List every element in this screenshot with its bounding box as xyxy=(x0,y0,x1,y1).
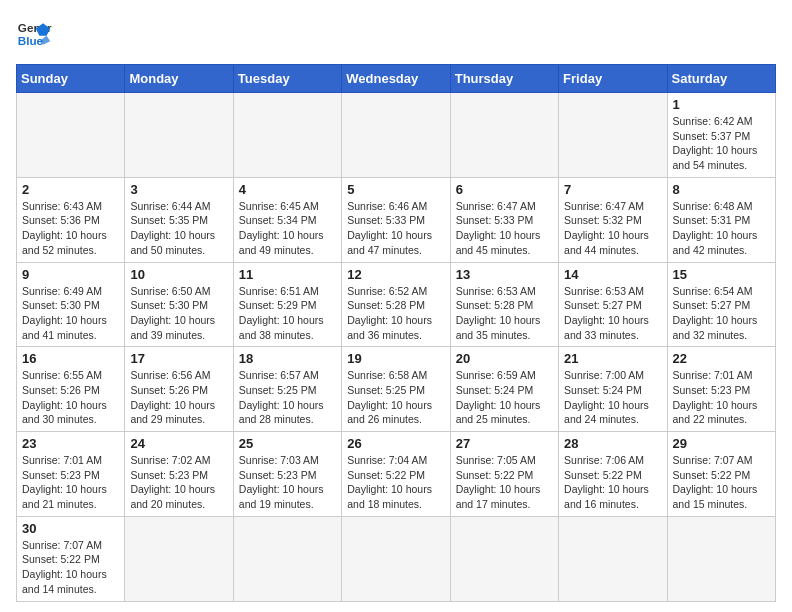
calendar-cell: 14Sunrise: 6:53 AM Sunset: 5:27 PM Dayli… xyxy=(559,262,667,347)
calendar-week-4: 23Sunrise: 7:01 AM Sunset: 5:23 PM Dayli… xyxy=(17,432,776,517)
calendar-cell: 26Sunrise: 7:04 AM Sunset: 5:22 PM Dayli… xyxy=(342,432,450,517)
calendar-cell: 24Sunrise: 7:02 AM Sunset: 5:23 PM Dayli… xyxy=(125,432,233,517)
day-info: Sunrise: 6:44 AM Sunset: 5:35 PM Dayligh… xyxy=(130,199,227,258)
day-info: Sunrise: 7:07 AM Sunset: 5:22 PM Dayligh… xyxy=(673,453,770,512)
calendar-cell: 20Sunrise: 6:59 AM Sunset: 5:24 PM Dayli… xyxy=(450,347,558,432)
calendar-cell: 16Sunrise: 6:55 AM Sunset: 5:26 PM Dayli… xyxy=(17,347,125,432)
day-info: Sunrise: 6:45 AM Sunset: 5:34 PM Dayligh… xyxy=(239,199,336,258)
calendar-cell xyxy=(342,93,450,178)
calendar-cell: 28Sunrise: 7:06 AM Sunset: 5:22 PM Dayli… xyxy=(559,432,667,517)
day-number: 12 xyxy=(347,267,444,282)
day-number: 18 xyxy=(239,351,336,366)
calendar-cell: 23Sunrise: 7:01 AM Sunset: 5:23 PM Dayli… xyxy=(17,432,125,517)
weekday-header-friday: Friday xyxy=(559,65,667,93)
calendar-cell: 1Sunrise: 6:42 AM Sunset: 5:37 PM Daylig… xyxy=(667,93,775,178)
calendar-week-2: 9Sunrise: 6:49 AM Sunset: 5:30 PM Daylig… xyxy=(17,262,776,347)
weekday-header-monday: Monday xyxy=(125,65,233,93)
calendar-cell: 10Sunrise: 6:50 AM Sunset: 5:30 PM Dayli… xyxy=(125,262,233,347)
day-number: 5 xyxy=(347,182,444,197)
day-number: 16 xyxy=(22,351,119,366)
page-header: General Blue xyxy=(16,16,776,52)
day-number: 1 xyxy=(673,97,770,112)
calendar-cell: 18Sunrise: 6:57 AM Sunset: 5:25 PM Dayli… xyxy=(233,347,341,432)
calendar-cell xyxy=(559,516,667,601)
day-number: 7 xyxy=(564,182,661,197)
day-info: Sunrise: 7:06 AM Sunset: 5:22 PM Dayligh… xyxy=(564,453,661,512)
calendar-cell xyxy=(233,516,341,601)
day-number: 30 xyxy=(22,521,119,536)
day-info: Sunrise: 7:01 AM Sunset: 5:23 PM Dayligh… xyxy=(673,368,770,427)
day-info: Sunrise: 7:05 AM Sunset: 5:22 PM Dayligh… xyxy=(456,453,553,512)
calendar-cell: 21Sunrise: 7:00 AM Sunset: 5:24 PM Dayli… xyxy=(559,347,667,432)
calendar-cell: 4Sunrise: 6:45 AM Sunset: 5:34 PM Daylig… xyxy=(233,177,341,262)
day-number: 3 xyxy=(130,182,227,197)
day-info: Sunrise: 6:58 AM Sunset: 5:25 PM Dayligh… xyxy=(347,368,444,427)
day-number: 6 xyxy=(456,182,553,197)
logo: General Blue xyxy=(16,16,52,52)
day-info: Sunrise: 6:53 AM Sunset: 5:28 PM Dayligh… xyxy=(456,284,553,343)
day-number: 11 xyxy=(239,267,336,282)
calendar-cell: 2Sunrise: 6:43 AM Sunset: 5:36 PM Daylig… xyxy=(17,177,125,262)
day-number: 27 xyxy=(456,436,553,451)
day-info: Sunrise: 6:59 AM Sunset: 5:24 PM Dayligh… xyxy=(456,368,553,427)
calendar-cell xyxy=(342,516,450,601)
day-info: Sunrise: 6:47 AM Sunset: 5:33 PM Dayligh… xyxy=(456,199,553,258)
day-number: 20 xyxy=(456,351,553,366)
day-info: Sunrise: 7:00 AM Sunset: 5:24 PM Dayligh… xyxy=(564,368,661,427)
day-info: Sunrise: 6:42 AM Sunset: 5:37 PM Dayligh… xyxy=(673,114,770,173)
day-info: Sunrise: 6:52 AM Sunset: 5:28 PM Dayligh… xyxy=(347,284,444,343)
calendar-body: 1Sunrise: 6:42 AM Sunset: 5:37 PM Daylig… xyxy=(17,93,776,602)
calendar-cell: 7Sunrise: 6:47 AM Sunset: 5:32 PM Daylig… xyxy=(559,177,667,262)
day-info: Sunrise: 7:04 AM Sunset: 5:22 PM Dayligh… xyxy=(347,453,444,512)
day-info: Sunrise: 6:56 AM Sunset: 5:26 PM Dayligh… xyxy=(130,368,227,427)
day-info: Sunrise: 6:46 AM Sunset: 5:33 PM Dayligh… xyxy=(347,199,444,258)
day-number: 28 xyxy=(564,436,661,451)
day-number: 8 xyxy=(673,182,770,197)
day-info: Sunrise: 6:47 AM Sunset: 5:32 PM Dayligh… xyxy=(564,199,661,258)
day-info: Sunrise: 6:49 AM Sunset: 5:30 PM Dayligh… xyxy=(22,284,119,343)
day-number: 25 xyxy=(239,436,336,451)
calendar-week-0: 1Sunrise: 6:42 AM Sunset: 5:37 PM Daylig… xyxy=(17,93,776,178)
calendar-cell xyxy=(125,93,233,178)
day-info: Sunrise: 6:54 AM Sunset: 5:27 PM Dayligh… xyxy=(673,284,770,343)
calendar-cell: 22Sunrise: 7:01 AM Sunset: 5:23 PM Dayli… xyxy=(667,347,775,432)
day-info: Sunrise: 6:55 AM Sunset: 5:26 PM Dayligh… xyxy=(22,368,119,427)
day-number: 9 xyxy=(22,267,119,282)
calendar-cell: 6Sunrise: 6:47 AM Sunset: 5:33 PM Daylig… xyxy=(450,177,558,262)
day-info: Sunrise: 7:03 AM Sunset: 5:23 PM Dayligh… xyxy=(239,453,336,512)
day-number: 4 xyxy=(239,182,336,197)
day-info: Sunrise: 7:01 AM Sunset: 5:23 PM Dayligh… xyxy=(22,453,119,512)
day-info: Sunrise: 6:43 AM Sunset: 5:36 PM Dayligh… xyxy=(22,199,119,258)
day-info: Sunrise: 6:57 AM Sunset: 5:25 PM Dayligh… xyxy=(239,368,336,427)
day-number: 10 xyxy=(130,267,227,282)
day-number: 29 xyxy=(673,436,770,451)
day-number: 19 xyxy=(347,351,444,366)
day-number: 13 xyxy=(456,267,553,282)
day-info: Sunrise: 6:50 AM Sunset: 5:30 PM Dayligh… xyxy=(130,284,227,343)
calendar-cell: 3Sunrise: 6:44 AM Sunset: 5:35 PM Daylig… xyxy=(125,177,233,262)
day-number: 23 xyxy=(22,436,119,451)
weekday-header-thursday: Thursday xyxy=(450,65,558,93)
weekday-header-wednesday: Wednesday xyxy=(342,65,450,93)
weekday-header-tuesday: Tuesday xyxy=(233,65,341,93)
calendar: SundayMondayTuesdayWednesdayThursdayFrid… xyxy=(16,64,776,602)
calendar-cell: 25Sunrise: 7:03 AM Sunset: 5:23 PM Dayli… xyxy=(233,432,341,517)
calendar-cell xyxy=(559,93,667,178)
calendar-cell: 27Sunrise: 7:05 AM Sunset: 5:22 PM Dayli… xyxy=(450,432,558,517)
calendar-week-3: 16Sunrise: 6:55 AM Sunset: 5:26 PM Dayli… xyxy=(17,347,776,432)
day-number: 17 xyxy=(130,351,227,366)
calendar-cell xyxy=(450,93,558,178)
day-number: 2 xyxy=(22,182,119,197)
calendar-cell: 11Sunrise: 6:51 AM Sunset: 5:29 PM Dayli… xyxy=(233,262,341,347)
day-info: Sunrise: 6:53 AM Sunset: 5:27 PM Dayligh… xyxy=(564,284,661,343)
calendar-cell: 15Sunrise: 6:54 AM Sunset: 5:27 PM Dayli… xyxy=(667,262,775,347)
calendar-cell: 8Sunrise: 6:48 AM Sunset: 5:31 PM Daylig… xyxy=(667,177,775,262)
calendar-cell: 17Sunrise: 6:56 AM Sunset: 5:26 PM Dayli… xyxy=(125,347,233,432)
day-number: 21 xyxy=(564,351,661,366)
calendar-cell xyxy=(125,516,233,601)
day-info: Sunrise: 7:02 AM Sunset: 5:23 PM Dayligh… xyxy=(130,453,227,512)
calendar-cell: 29Sunrise: 7:07 AM Sunset: 5:22 PM Dayli… xyxy=(667,432,775,517)
calendar-cell: 13Sunrise: 6:53 AM Sunset: 5:28 PM Dayli… xyxy=(450,262,558,347)
day-number: 22 xyxy=(673,351,770,366)
calendar-week-1: 2Sunrise: 6:43 AM Sunset: 5:36 PM Daylig… xyxy=(17,177,776,262)
